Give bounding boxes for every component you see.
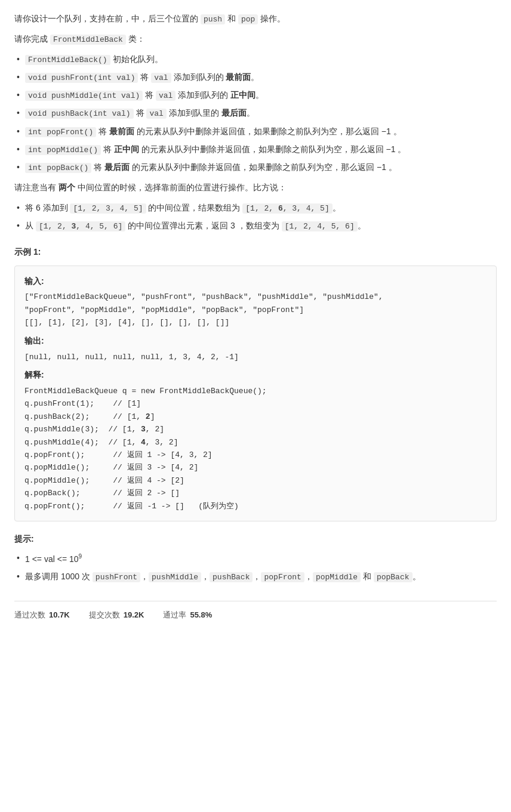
val-code-4: val <box>146 109 166 119</box>
method-code-2: void pushFront(int val) <box>25 73 138 83</box>
footer: 通过次数 10.7K 提交次数 19.2K 通过率 55.8% <box>14 601 497 622</box>
note-item-1: 将 6 添加到 [1, 2, 3, 4, 5] 的中间位置，结果数组为 [1, … <box>25 201 497 215</box>
input-label: 输入: <box>24 274 487 289</box>
explain-label: 解释: <box>24 368 487 382</box>
intro-line2: 请你完成 FrontMiddleBack 类： <box>14 32 497 47</box>
note-bullets: 将 6 添加到 [1, 2, 3, 4, 5] 的中间位置，结果数组为 [1, … <box>14 201 497 233</box>
explain-code: FrontMiddleBackQueue q = new FrontMiddle… <box>24 385 487 512</box>
pass-rate-label: 通过率 <box>163 609 186 622</box>
push-code: push <box>201 14 225 24</box>
pass-count-label: 通过次数 <box>14 609 45 622</box>
method-item-6: int popMiddle() 将 正中间 的元素从队列中删除并返回值，如果删除… <box>25 143 497 157</box>
method-code-5: int popFront() <box>25 127 96 137</box>
hint-code-6: popBack <box>374 572 413 582</box>
hint-code-5: popMiddle <box>313 572 361 582</box>
hints-list: 1 <= val <= 109 最多调用 1000 次 pushFront，pu… <box>14 551 497 585</box>
example1-box: 输入: ["FrontMiddleBackQueue", "pushFront"… <box>14 265 497 522</box>
hint-item-2: 最多调用 1000 次 pushFront，pushMiddle，pushBac… <box>25 570 497 584</box>
pass-count-value: 10.7K <box>49 609 70 622</box>
submit-count-value: 19.2K <box>124 609 144 622</box>
method-code-4: void pushBack(int val) <box>25 109 134 119</box>
submit-count-label: 提交次数 <box>89 609 120 622</box>
hint-item-1: 1 <= val <= 109 <box>25 551 497 566</box>
pass-rate: 通过率 55.8% <box>163 609 212 622</box>
class-name-code: FrontMiddleBack <box>50 35 126 45</box>
section-title-example1: 示例 1: <box>14 245 497 260</box>
note-code-1a: [1, 2, 3, 4, 5] <box>70 203 146 214</box>
hints-title: 提示: <box>14 532 497 547</box>
output-label: 输出: <box>24 334 487 348</box>
method-item-5: int popFront() 将 最前面 的元素从队列中删除并返回值，如果删除之… <box>25 125 497 139</box>
method-code-6: int popMiddle() <box>25 145 101 155</box>
hint-code-4: popFront <box>261 572 304 582</box>
hint-code-2: pushMiddle <box>149 572 201 582</box>
method-item-1: FrontMiddleBack() 初始化队列。 <box>25 53 497 67</box>
pop-code: pop <box>238 14 258 24</box>
intro-line1: 请你设计一个队列，支持在前，中，后三个位置的 push 和 pop 操作。 <box>14 12 497 26</box>
method-item-7: int popBack() 将 最后面 的元素从队列中删除并返回值，如果删除之前… <box>25 160 497 175</box>
note-item-2: 从 [1, 2, 3, 4, 5, 6] 的中间位置弹出元素，返回 3 ，数组变… <box>25 219 497 233</box>
pass-rate-value: 55.8% <box>190 609 212 622</box>
note-code-2b: [1, 2, 4, 5, 6] <box>282 221 358 231</box>
method-item-4: void pushBack(int val) 将 val 添加到队里的 最后面。 <box>25 106 497 121</box>
method-code-7: int popBack() <box>25 163 91 173</box>
hint-code-3: pushBack <box>210 572 253 582</box>
output-code: [null, null, null, null, null, 1, 3, 4, … <box>24 351 487 363</box>
val-code-2: val <box>151 73 171 83</box>
note-code-1b: [1, 2, 6, 3, 4, 5] <box>242 203 332 214</box>
hint-code-1: pushFront <box>93 572 140 582</box>
method-code-1: FrontMiddleBack() <box>25 55 110 65</box>
submit-count: 提交次数 19.2K <box>89 609 144 622</box>
note-code-2a: [1, 2, 3, 4, 5, 6] <box>36 221 125 231</box>
note-line: 请注意当有 两个 中间位置的时候，选择靠前面的位置进行操作。比方说： <box>14 181 497 195</box>
val-code-3: val <box>156 91 176 101</box>
method-item-2: void pushFront(int val) 将 val 添加到队列的 最前面… <box>25 70 497 85</box>
pass-count: 通过次数 10.7K <box>14 609 70 622</box>
input-code: ["FrontMiddleBackQueue", "pushFront", "p… <box>24 291 487 329</box>
method-list: FrontMiddleBack() 初始化队列。 void pushFront(… <box>14 53 497 175</box>
method-item-3: void pushMiddle(int val) 将 val 添加到队列的 正中… <box>25 88 497 103</box>
method-code-3: void pushMiddle(int val) <box>25 91 143 101</box>
